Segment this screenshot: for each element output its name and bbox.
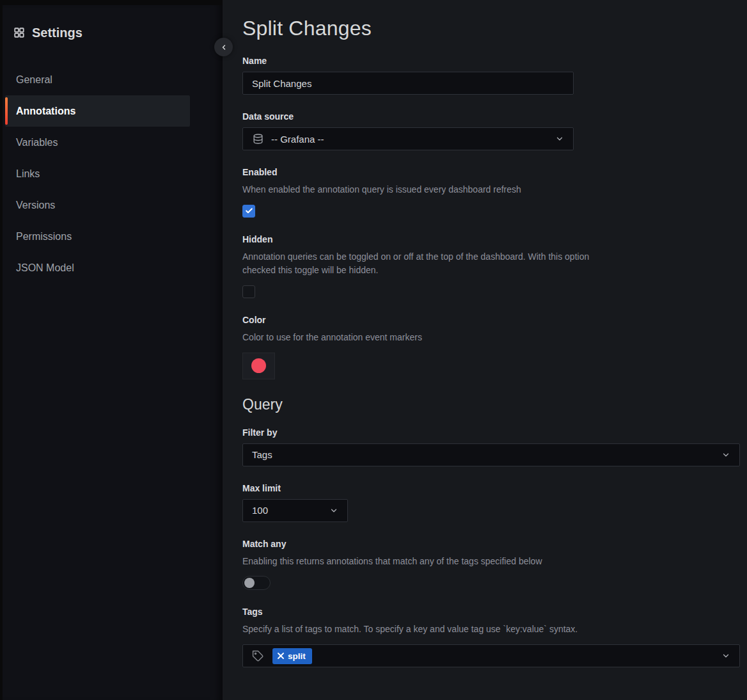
match-any-description: Enabling this returns annotations that m… [242, 555, 740, 569]
sidebar-item-variables[interactable]: Variables [5, 127, 190, 158]
chevron-down-icon [555, 134, 564, 143]
sidebar-item-label: Annotations [13, 106, 75, 117]
chevron-left-icon [220, 44, 228, 51]
name-label: Name [242, 56, 740, 66]
match-any-field-group: Match any Enabling this returns annotati… [242, 539, 740, 591]
query-heading: Query [242, 396, 740, 413]
sidebar-item-annotations[interactable]: Annotations [5, 95, 190, 127]
filter-by-label: Filter by [242, 427, 740, 438]
tag-chip-split[interactable]: split [272, 648, 312, 664]
sidebar-item-general[interactable]: General [5, 64, 190, 95]
tags-field-group: Tags Specify a list of tags to match. To… [242, 607, 740, 667]
hidden-checkbox[interactable] [242, 285, 255, 298]
database-icon [252, 133, 264, 145]
match-any-toggle[interactable] [242, 576, 271, 590]
filter-by-value: Tags [252, 449, 721, 460]
match-any-label: Match any [242, 539, 740, 549]
sidebar-item-label: JSON Model [13, 262, 74, 274]
chevron-down-icon [329, 506, 338, 515]
tags-label: Tags [242, 607, 740, 617]
sidebar-item-versions[interactable]: Versions [5, 189, 190, 221]
color-description: Color to use for the annotation event ma… [242, 331, 740, 345]
sidebar-item-label: Versions [13, 200, 55, 211]
filter-by-select[interactable]: Tags [242, 443, 740, 466]
tag-icon [252, 650, 264, 662]
max-limit-value: 100 [252, 505, 329, 516]
page-title: Split Changes [242, 17, 740, 40]
data-source-value: -- Grafana -- [271, 134, 555, 145]
tag-chip-label: split [288, 651, 306, 661]
color-label: Color [242, 315, 740, 325]
sidebar-title: Settings [32, 26, 83, 40]
data-source-select[interactable]: -- Grafana -- [242, 127, 574, 150]
color-picker[interactable] [242, 353, 275, 379]
data-source-field-group: Data source -- Grafana -- [242, 111, 740, 150]
settings-sidebar: Settings General Annotations Variables L… [0, 0, 223, 700]
remove-tag-icon[interactable] [278, 653, 284, 659]
max-limit-field-group: Max limit 100 [242, 483, 740, 522]
check-icon [245, 207, 253, 215]
toggle-knob [244, 578, 255, 588]
sidebar-item-label: General [13, 74, 52, 86]
apps-grid-icon [13, 27, 25, 38]
sidebar-item-label: Permissions [13, 231, 72, 243]
settings-nav: General Annotations Variables Links Vers… [3, 64, 223, 283]
color-field-group: Color Color to use for the annotation ev… [242, 315, 740, 379]
chevron-down-icon [721, 450, 730, 459]
settings-header: Settings [3, 5, 223, 41]
hidden-description: Annotation queries can be toggled on or … [242, 250, 617, 278]
hidden-field-group: Hidden Annotation queries can be toggled… [242, 234, 740, 298]
tags-description: Specify a list of tags to match. To spec… [242, 623, 740, 637]
tags-input[interactable]: split [242, 644, 740, 667]
annotation-editor: Split Changes Name Data source -- Grafan… [223, 0, 747, 700]
enabled-field-group: Enabled When enabled the annotation quer… [242, 167, 740, 218]
sidebar-item-label: Variables [13, 137, 58, 148]
name-field-group: Name [242, 56, 740, 95]
max-limit-select[interactable]: 100 [242, 499, 348, 522]
enabled-checkbox[interactable] [242, 205, 255, 218]
filter-by-field-group: Filter by Tags [242, 427, 740, 466]
hidden-label: Hidden [242, 234, 740, 244]
sidebar-item-links[interactable]: Links [5, 158, 190, 189]
sidebar-item-json-model[interactable]: JSON Model [5, 252, 190, 283]
sidebar-item-permissions[interactable]: Permissions [5, 221, 190, 252]
enabled-description: When enabled the annotation query is iss… [242, 183, 740, 197]
data-source-label: Data source [242, 111, 740, 122]
name-input[interactable] [242, 72, 574, 95]
active-indicator [5, 97, 8, 125]
collapse-sidebar-button[interactable] [214, 38, 233, 56]
chevron-down-icon [721, 651, 730, 660]
color-dot [251, 358, 266, 373]
enabled-label: Enabled [242, 167, 740, 177]
max-limit-label: Max limit [242, 483, 740, 493]
sidebar-item-label: Links [13, 168, 40, 180]
